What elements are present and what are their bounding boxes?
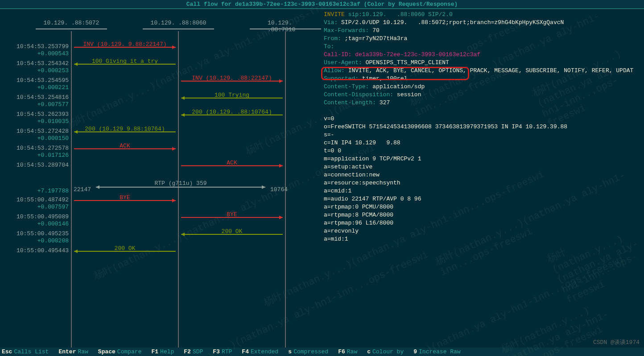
sdp-line: a=rtpmap:8 PCMA/8000	[324, 211, 644, 219]
arrow-label: 100 Giving it a try	[74, 58, 176, 65]
hotkey-item[interactable]: F4Extended	[242, 348, 278, 355]
hotkey-item[interactable]: EnterRaw	[58, 348, 88, 355]
sip-header: Via: SIP/2.0/UDP 10.129. .88:5072;rport;…	[324, 19, 644, 27]
timestamp: 10:54:53.254342	[17, 60, 69, 67]
timestamp: 10:54:53.262393	[17, 111, 69, 118]
hotkey-key: c	[367, 348, 371, 355]
sdp-line: s=-	[324, 131, 644, 139]
hotkey-item[interactable]: F3RTP	[213, 348, 232, 355]
hotkey-item[interactable]: SpaceCompare	[98, 348, 142, 355]
node-label: 10.129. .88:8060	[151, 20, 206, 26]
sip-request-line: INVITE sip:10.129. .88:8060 SIP/2.0	[324, 11, 644, 19]
timestamp: 10:54:53.254595	[17, 77, 69, 84]
arrow-label: 200 (10.129 9.88:10764)	[74, 126, 176, 132]
hotkey-label: Help	[160, 348, 174, 355]
arrow-label: 100 Trying	[181, 92, 283, 98]
hotkey-key: Enter	[58, 348, 76, 355]
hotkey-item[interactable]: sCompressed	[288, 348, 328, 355]
rtp-label: RTP (g711u) 359	[74, 180, 288, 187]
arrow-label: ACK	[74, 143, 176, 149]
time-delta: +0.000208	[37, 237, 69, 244]
hotkey-key: F1	[151, 348, 158, 355]
hotkey-label: Raw	[347, 348, 357, 355]
hotkey-item[interactable]: F2SDP	[184, 348, 203, 355]
hotkey-label: Increase Raw	[419, 348, 461, 355]
sip-arrow[interactable]: BYE	[181, 211, 283, 218]
sdp-line: c=IN IP4 10.129 9.88	[324, 139, 644, 147]
time-delta: +0.007597	[37, 204, 69, 210]
timestamp: 10:54:53.253799	[17, 43, 69, 50]
arrow-label: INV (10.129. 9.88:22147)	[74, 41, 176, 48]
time-delta: +0.000543	[37, 50, 69, 57]
sdp-line: a=setup:active	[324, 163, 644, 171]
title-bar: Call flow for de1a339b-72ee-123c-3993-00…	[0, 0, 644, 9]
hotkey-key: F2	[184, 348, 191, 355]
sdp-line: a=mid:1	[324, 235, 644, 243]
sip-arrow[interactable]: 200 (10.129. .88:10764)	[181, 109, 283, 116]
time-delta: +7.197788	[37, 188, 69, 194]
sdp-line: a=rtpmap:96 L16/8000	[324, 219, 644, 227]
arrow-label: BYE	[181, 211, 283, 218]
timestamp: 10:55:00.495443	[17, 247, 69, 254]
hotkey-label: Compare	[117, 348, 142, 355]
sdp-line: o=FreeSWITCH 571542453413096608 37346381…	[324, 123, 644, 131]
hotkey-key: F3	[213, 348, 220, 355]
node-header-row: 10.129. .88:507210.129. .88:806010.129. …	[0, 9, 321, 31]
hotkey-label: Colour by	[372, 348, 404, 355]
arrow-label: BYE	[74, 194, 176, 201]
hotkey-key: s	[288, 348, 292, 355]
node-underline	[143, 29, 214, 29]
timestamp: 10:55:00.495089	[17, 213, 69, 220]
node-underline	[250, 29, 321, 29]
sip-message-detail[interactable]: INVITE sip:10.129. .88:8060 SIP/2.0Via: …	[321, 9, 644, 348]
hotkey-key: 9	[413, 348, 417, 355]
sip-arrow[interactable]: INV (10.129. .88:22147)	[181, 75, 283, 82]
sip-arrow[interactable]: ACK	[181, 160, 283, 167]
main-area: 10.129. .88:507210.129. .88:806010.129. …	[0, 9, 644, 348]
sip-header: Content-Type: application/sdp	[324, 83, 644, 91]
sip-header: To:	[324, 43, 644, 51]
arrow-label: 200 OK	[181, 228, 283, 235]
hotkey-label: Extended	[251, 348, 278, 355]
hotkey-label: RTP	[222, 348, 232, 355]
sip-arrow[interactable]: 200 OK	[74, 245, 176, 252]
sip-arrow[interactable]: 200 OK	[181, 228, 283, 235]
sdp-line: m=application 9 TCP/MRCPv2 1	[324, 155, 644, 163]
sdp-line: m=audio 22147 RTP/AVP 0 8 96	[324, 195, 644, 203]
hotkey-key: Esc	[2, 348, 12, 355]
hotkey-item[interactable]: F6Raw	[338, 348, 357, 355]
sip-header: From: ;tag=r7yN2D7tHa3ra	[324, 35, 644, 43]
rtp-stream[interactable]: RTP (g711u) 3592214710764	[74, 180, 288, 194]
hotkey-item[interactable]: EscCalls List	[2, 348, 49, 355]
time-delta: +0.000221	[37, 84, 69, 91]
sip-arrow[interactable]: 200 (10.129 9.88:10764)	[74, 126, 176, 133]
node-vertical-line	[71, 31, 72, 348]
sip-arrow[interactable]: INV (10.129. 9.88:22147)	[74, 41, 176, 48]
sip-arrow[interactable]: 100 Giving it a try	[74, 58, 176, 65]
hotkey-item[interactable]: F1Help	[151, 348, 174, 355]
hotkey-item[interactable]: 9Increase Raw	[413, 348, 460, 355]
timestamp: 10:54:53.254816	[17, 94, 69, 101]
arrow-label: ACK	[181, 160, 283, 166]
timestamp: 10:54:53.272428	[17, 128, 69, 135]
time-delta: +0.000150	[37, 135, 69, 142]
timestamp: 10:54:53.272578	[17, 145, 69, 151]
sip-arrow[interactable]: BYE	[74, 194, 176, 201]
hotkey-key: F4	[242, 348, 249, 355]
hotkey-item[interactable]: cColour by	[367, 348, 404, 355]
arrow-label: 200 OK	[74, 245, 176, 252]
hotkey-key: F6	[338, 348, 345, 355]
arrow-label: INV (10.129. .88:22147)	[181, 75, 283, 82]
sdp-line: a=rtpmap:0 PCMU/8000	[324, 203, 644, 211]
sip-arrow[interactable]: 100 Trying	[181, 92, 283, 99]
rtp-port-left: 22147	[74, 186, 91, 193]
rtp-port-right: 10764	[270, 186, 288, 193]
sdp-line: t=0 0	[324, 147, 644, 155]
sip-arrow[interactable]: ACK	[74, 143, 176, 150]
timestamp: 10:55:00.495235	[17, 230, 69, 237]
sip-header: Max-Forwards: 70	[324, 27, 644, 35]
time-delta: +0.010035	[37, 118, 69, 125]
call-flow-diagram[interactable]: 10.129. .88:507210.129. .88:806010.129. …	[0, 9, 321, 348]
sip-header: Content-Length: 327	[324, 99, 644, 107]
time-delta: +0.000253	[37, 67, 69, 74]
